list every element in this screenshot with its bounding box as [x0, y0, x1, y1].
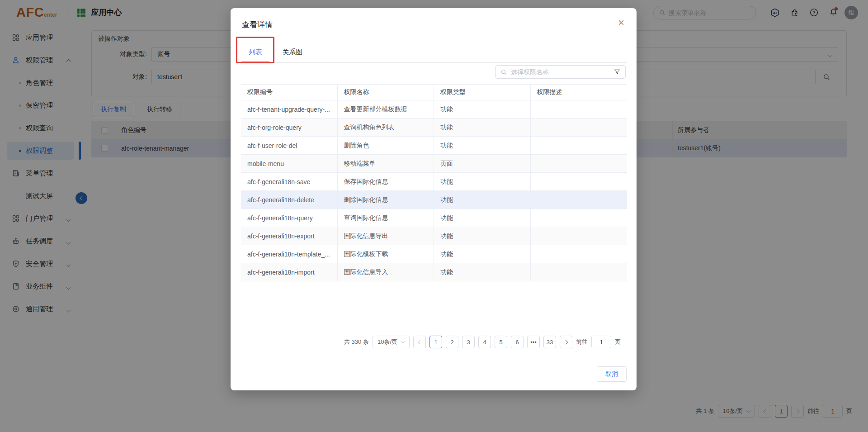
- permission-id-cell: afc-f-org-role-query: [241, 119, 338, 136]
- column-header: 权限描述: [531, 85, 627, 100]
- permission-name-cell: 移动端菜单: [338, 155, 434, 172]
- permission-search-box[interactable]: [495, 65, 626, 79]
- permission-id-cell: afc-f-generali18n-delete: [241, 191, 338, 209]
- page-button-5[interactable]: 5: [495, 336, 507, 348]
- modal-title: 查看详情: [242, 19, 273, 30]
- table-row[interactable]: afc-f-generali18n-query 查询国际化信息 功能: [241, 209, 627, 227]
- permission-desc-cell: [531, 155, 627, 172]
- close-icon[interactable]: ×: [615, 16, 627, 29]
- page-unit-label: 页: [615, 338, 621, 346]
- permission-type-cell: 功能: [434, 119, 531, 136]
- permission-desc-cell: [531, 137, 627, 154]
- table-row[interactable]: afc-f-generali18n-export 国际化信息导出 功能: [241, 227, 627, 245]
- permission-id-cell: mobile-menu: [241, 155, 338, 172]
- permission-type-cell: 功能: [434, 245, 531, 263]
- permission-table-header: 权限编号 权限名称 权限类型 权限描述: [241, 84, 627, 100]
- table-row[interactable]: afc-f-org-role-query 查询机构角色列表 功能: [241, 119, 627, 137]
- modal-tabs: 列表 关系图: [241, 42, 627, 63]
- permission-id-cell: afc-f-generali18n-query: [241, 209, 338, 227]
- view-details-modal: 查看详情 × 列表 关系图 权限编号 权限名称 权限类型 权限描述 afc-f-…: [231, 8, 637, 390]
- permission-name-cell: 国际化信息导出: [338, 227, 434, 245]
- permission-id-cell: afc-f-generali18n-save: [241, 173, 338, 190]
- table-row[interactable]: afc-f-tenant-upgrade-query-... 查看更新部分模板数…: [241, 100, 627, 119]
- permission-type-cell: 功能: [434, 263, 531, 281]
- table-row[interactable]: mobile-menu 移动端菜单 页面: [241, 155, 627, 173]
- permission-type-cell: 功能: [434, 100, 531, 118]
- page-button-1[interactable]: 1: [429, 336, 442, 348]
- page-size-select[interactable]: 10条/页: [373, 336, 410, 348]
- permission-desc-cell: [531, 245, 627, 263]
- permission-type-cell: 功能: [434, 191, 531, 209]
- permission-type-cell: 功能: [434, 137, 531, 154]
- permission-search-input[interactable]: [511, 68, 610, 76]
- table-row-highlighted[interactable]: afc-f-generali18n-delete 删除国际化信息 功能: [241, 191, 627, 209]
- column-header: 权限名称: [338, 85, 434, 100]
- permission-id-cell: afc-f-generali18n-import: [241, 263, 338, 281]
- table-row[interactable]: afc-f-generali18n-template_... 国际化模板下载 功…: [241, 245, 627, 263]
- table-row[interactable]: afc-f-generali18n-save 保存国际化信息 功能: [241, 173, 627, 191]
- permission-type-cell: 功能: [434, 209, 531, 227]
- permission-type-cell: 功能: [434, 227, 531, 245]
- permission-name-cell: 保存国际化信息: [338, 173, 434, 190]
- permission-desc-cell: [531, 263, 627, 281]
- table-row[interactable]: afc-f-generali18n-import 国际化信息导入 功能: [241, 263, 627, 281]
- tab-relation-graph[interactable]: 关系图: [281, 42, 304, 62]
- page-button-2[interactable]: 2: [446, 336, 458, 348]
- page-button-3[interactable]: 3: [462, 336, 475, 348]
- permission-id-cell: afc-f-user-role-del: [241, 137, 338, 154]
- permission-desc-cell: [531, 209, 627, 227]
- permission-name-cell: 查询国际化信息: [338, 209, 434, 227]
- permission-name-cell: 查询机构角色列表: [338, 119, 434, 136]
- modal-pagination: 共 330 条 10条/页 1 2 3 4 5 6 ••• 33 前往 页: [344, 336, 621, 348]
- tab-list[interactable]: 列表: [241, 42, 270, 62]
- goto-page-input[interactable]: [591, 336, 611, 348]
- permission-type-cell: 页面: [434, 155, 531, 172]
- permission-desc-cell: [531, 227, 627, 245]
- total-count: 共 330 条: [344, 338, 369, 346]
- permission-name-cell: 国际化模板下载: [338, 245, 434, 263]
- page-button-33[interactable]: 33: [543, 336, 556, 348]
- filter-funnel-icon[interactable]: [613, 68, 621, 76]
- more-pages-button[interactable]: •••: [527, 336, 540, 348]
- page-button-4[interactable]: 4: [478, 336, 491, 348]
- permission-id-cell: afc-f-generali18n-template_...: [241, 245, 338, 263]
- modal-footer-divider: [231, 359, 637, 359]
- goto-label: 前往: [576, 338, 588, 346]
- permission-name-cell: 删除角色: [338, 137, 434, 154]
- page-button-6[interactable]: 6: [511, 336, 524, 348]
- search-icon: [500, 69, 507, 76]
- permission-id-cell: afc-f-tenant-upgrade-query-...: [241, 100, 338, 118]
- permission-desc-cell: [531, 100, 627, 118]
- permission-name-cell: 国际化信息导入: [338, 263, 434, 281]
- next-page-button[interactable]: [560, 336, 572, 348]
- permission-table: 权限编号 权限名称 权限类型 权限描述 afc-f-tenant-upgrade…: [241, 84, 627, 281]
- cancel-button[interactable]: 取消: [597, 366, 627, 382]
- table-row[interactable]: afc-f-user-role-del 删除角色 功能: [241, 137, 627, 155]
- permission-name-cell: 删除国际化信息: [338, 191, 434, 209]
- permission-id-cell: afc-f-generali18n-export: [241, 227, 338, 245]
- column-header: 权限类型: [434, 85, 531, 100]
- column-header: 权限编号: [241, 85, 338, 100]
- prev-page-button[interactable]: [413, 336, 426, 348]
- permission-desc-cell: [531, 173, 627, 190]
- permission-name-cell: 查看更新部分模板数据: [338, 100, 434, 118]
- permission-desc-cell: [531, 191, 627, 209]
- permission-type-cell: 功能: [434, 173, 531, 190]
- permission-desc-cell: [531, 119, 627, 136]
